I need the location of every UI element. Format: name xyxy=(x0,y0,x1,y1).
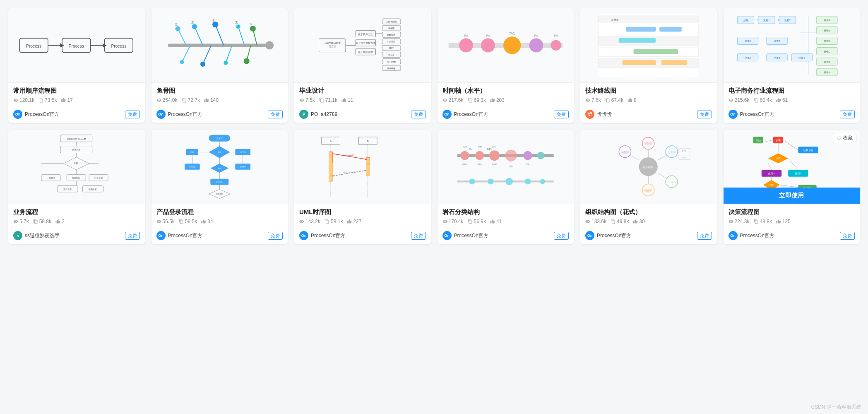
svg-text:操作B: 操作B xyxy=(824,29,830,32)
card-thumbnail: 开始 步骤 收集信息 决策 处理A 处理B 判断 xyxy=(724,130,860,204)
svg-text:试验/观测图: 试验/观测图 xyxy=(386,20,397,23)
card-card-1[interactable]: Process Process Process 常用顺序流程图 120.1k 7… xyxy=(8,8,145,123)
author-name: PO_a42789 xyxy=(311,111,337,117)
card-thumbnail: 主 主 主 主 主 xyxy=(151,8,288,83)
card-card-10[interactable]: 岩石 LiPa 火成 变质 沉积 花岗岩 片麻岩 石灰岩 砂岩 页岩 xyxy=(438,130,574,244)
card-title: 时间轴（水平） xyxy=(442,87,569,95)
svg-text:分支B: 分支B xyxy=(774,40,780,42)
svg-text:花岗岩: 花岗岩 xyxy=(462,163,467,165)
card-footer: OnProcessOn官方免费 xyxy=(580,231,717,244)
svg-text:基于知识图谱: 基于知识图谱 xyxy=(358,51,373,53)
card-card-6[interactable]: 起始 流程1 流程2 操作A 操作B 操作C 操作D 操作E xyxy=(724,8,860,123)
author-avatar: On xyxy=(442,110,452,119)
like-stat: 11 xyxy=(341,97,353,103)
card-stats: 56.5k 58.5k 34 xyxy=(156,219,283,224)
svg-text:模糊网络: 模糊网络 xyxy=(387,67,396,70)
svg-text:独立机制: 独立机制 xyxy=(94,177,103,179)
like-stat: 41 xyxy=(490,219,502,224)
svg-line-24 xyxy=(226,46,232,63)
svg-rect-79 xyxy=(660,27,682,32)
card-author: OnProcessOn官方 xyxy=(585,231,631,240)
view-stat: 143.2k xyxy=(299,219,320,224)
free-badge: 免费 xyxy=(840,111,855,118)
svg-text:沉积: 沉积 xyxy=(492,145,496,148)
use-now-button[interactable]: 立即使用 xyxy=(724,188,860,204)
svg-text:页岩: 页岩 xyxy=(526,163,529,165)
svg-text:操作A: 操作A xyxy=(824,19,831,22)
free-badge: 免费 xyxy=(125,232,140,240)
card-card-7[interactable]: 初始化信息/输入人数 发送消息 判断 一般顺序 智能匹配 独立机制 正 xyxy=(8,130,145,244)
card-card-8[interactable]: 登录页 选择 注册 填写信息 忘记密码 重置密码 xyxy=(151,130,288,244)
like-stat: 30 xyxy=(633,219,644,224)
svg-text:Process: Process xyxy=(26,44,42,48)
svg-text:request(): request() xyxy=(344,154,355,156)
svg-point-63 xyxy=(503,36,521,54)
svg-text:LiPa: LiPa xyxy=(487,147,492,150)
card-card-12[interactable]: 开始 步骤 收集信息 决策 处理A 处理B 判断 xyxy=(724,130,860,244)
svg-text:初始化信息/输入人数: 初始化信息/输入人数 xyxy=(67,137,86,140)
svg-rect-81 xyxy=(634,49,678,54)
svg-text:小次差别: 小次差别 xyxy=(387,40,396,43)
card-card-11[interactable]: 组织结构 设计部 运营部 工程部 财务部 销售部 某子1 xyxy=(580,130,717,244)
card-footer: OnProcessOn官方免费 xyxy=(438,110,574,123)
svg-line-20 xyxy=(182,46,190,62)
watermark: CSDN @一洽客服系统 xyxy=(811,404,861,411)
svg-point-186 xyxy=(505,149,517,161)
card-title: 决策流程图 xyxy=(729,208,855,216)
svg-point-202 xyxy=(540,179,545,184)
svg-text:验证: 验证 xyxy=(218,167,221,169)
svg-point-9 xyxy=(265,41,274,49)
card-title: 技术路线图 xyxy=(585,87,712,95)
view-stat: 56.5k xyxy=(156,219,175,224)
svg-text:判断: 判断 xyxy=(75,162,79,164)
svg-point-188 xyxy=(537,152,544,159)
card-footer: OnProcessOn官方免费 xyxy=(724,110,860,123)
svg-point-15 xyxy=(212,22,218,27)
card-thumbnail: Process Process Process xyxy=(8,8,145,83)
card-body: 岩石分类结构 170.4k 56.9k 41 xyxy=(438,204,574,231)
view-stat: 170.4k xyxy=(442,219,464,224)
card-author: OnProcessOn官方 xyxy=(13,110,59,119)
svg-text:节点: 节点 xyxy=(553,34,558,37)
svg-line-10 xyxy=(178,29,186,45)
free-badge: 免费 xyxy=(697,232,712,240)
svg-text:发送消息: 发送消息 xyxy=(72,148,81,151)
svg-text:节点: 节点 xyxy=(534,34,539,37)
copy-stat: 58.1k xyxy=(325,219,343,224)
card-card-5[interactable]: 板块名 技术路线图 7.6k 67.4k 8忻忻忻忻免费 xyxy=(580,8,717,123)
collect-button[interactable]: ♡ 收藏 xyxy=(833,133,856,143)
card-card-4[interactable]: 节点 节点 节点 节点 节点 时间轴（水平） 217.6k 69.3k 203O… xyxy=(438,8,574,123)
svg-text:决策: 决策 xyxy=(776,157,780,159)
svg-text:理方法: 理方法 xyxy=(329,45,336,48)
svg-text:印刷性能流程处: 印刷性能流程处 xyxy=(324,41,341,44)
like-stat: 34 xyxy=(201,219,213,224)
svg-point-27 xyxy=(244,58,250,64)
svg-text:组织结构: 组织结构 xyxy=(644,166,654,168)
svg-text:判断权限: 判断权限 xyxy=(216,193,223,195)
card-card-3[interactable]: 印刷性能流程处 理方法 基于软件方法 基于符号推断方法 基于知识图谱 试验/观测… xyxy=(294,8,431,123)
svg-point-200 xyxy=(505,178,513,185)
svg-text:变质: 变质 xyxy=(478,145,482,148)
card-title: 常用顺序流程图 xyxy=(13,87,140,95)
view-stat: 217.6k xyxy=(442,97,464,103)
svg-text:登录页: 登录页 xyxy=(216,137,223,140)
svg-line-12 xyxy=(195,26,203,45)
author-name: ProcessOn官方 xyxy=(168,111,202,118)
author-avatar: P xyxy=(299,110,308,119)
svg-point-17 xyxy=(236,24,240,29)
author-avatar: s xyxy=(13,231,22,240)
card-footer: OnProcessOn官方免费 xyxy=(151,231,288,244)
svg-text:轻易分析: 轻易分析 xyxy=(89,188,97,190)
card-card-2[interactable]: 主 主 主 主 主 鱼骨图 254.0k 72.7k 140OnProcessO… xyxy=(151,8,288,123)
svg-line-213 xyxy=(658,173,667,178)
svg-text:节点: 节点 xyxy=(464,34,469,37)
free-badge: 免费 xyxy=(125,111,140,118)
author-avatar: 忻 xyxy=(585,110,594,119)
free-badge: 免费 xyxy=(554,111,569,118)
card-title: 岩石分类结构 xyxy=(442,208,569,216)
svg-text:操作C: 操作C xyxy=(824,40,831,42)
card-card-9[interactable]: A B request() response() UML时序图 143.2k 5… xyxy=(294,130,431,244)
author-avatar: On xyxy=(442,231,452,240)
svg-line-210 xyxy=(658,155,667,160)
svg-point-199 xyxy=(488,178,493,184)
